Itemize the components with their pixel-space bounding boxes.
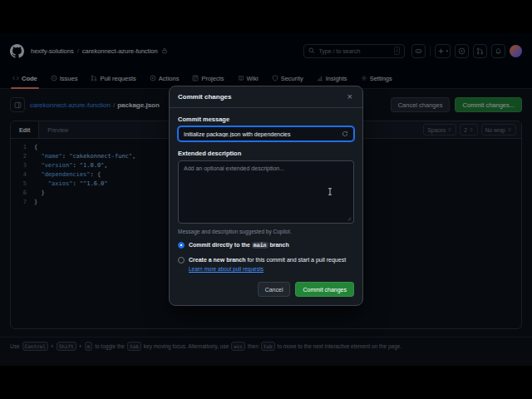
github-page: hexify-solutions / carekonnect-azure-fun… bbox=[0, 33, 532, 366]
commit-message-label: Commit message bbox=[178, 116, 354, 123]
dialog-footer: Cancel Commit changes bbox=[170, 275, 362, 305]
commit-message-input[interactable] bbox=[184, 131, 338, 137]
dialog-body: Commit message Extended description Mess… bbox=[170, 108, 362, 275]
cancel-button[interactable]: Cancel bbox=[258, 282, 291, 297]
new-branch-option[interactable]: Create a new branch for this commit and … bbox=[178, 256, 354, 264]
label-text: branch bbox=[268, 242, 289, 248]
commit-dialog: Commit changes × Commit message Extended… bbox=[169, 86, 363, 306]
branch-name-code: main bbox=[252, 242, 268, 249]
text-cursor bbox=[328, 188, 332, 195]
copilot-note: Message and description suggested by Cop… bbox=[178, 229, 354, 234]
commit-direct-option[interactable]: Commit directly to the main branch bbox=[178, 241, 354, 249]
close-button[interactable]: × bbox=[346, 92, 354, 101]
sync-icon bbox=[342, 131, 348, 137]
learn-more-link[interactable]: Learn more about pull requests bbox=[189, 266, 264, 272]
description-field bbox=[178, 160, 354, 224]
label-text: Create a bbox=[189, 257, 214, 263]
label-text: for this commit and start a pull request bbox=[245, 257, 346, 263]
radio-unselected[interactable] bbox=[178, 257, 185, 264]
radio-selected[interactable] bbox=[178, 242, 185, 249]
dialog-title: Commit changes bbox=[178, 93, 231, 101]
label-text: Commit directly to the bbox=[189, 242, 252, 248]
dialog-header: Commit changes × bbox=[170, 86, 362, 108]
commit-changes-button[interactable]: Commit changes bbox=[295, 282, 354, 297]
commit-message-field bbox=[178, 126, 354, 141]
resize-handle-icon[interactable] bbox=[347, 216, 352, 221]
label-text: new branch bbox=[214, 257, 246, 263]
regenerate-button[interactable] bbox=[342, 131, 348, 137]
new-branch-label: Create a new branch for this commit and … bbox=[189, 256, 346, 264]
extended-description-label: Extended description bbox=[178, 150, 354, 157]
commit-direct-label: Commit directly to the main branch bbox=[189, 241, 289, 249]
